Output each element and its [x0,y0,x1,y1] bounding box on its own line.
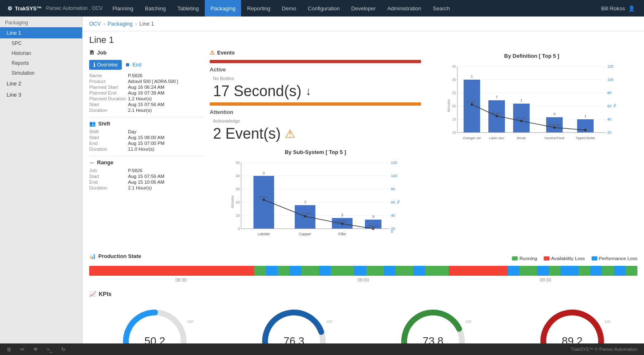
edit-icon[interactable]: ✏ [20,346,25,353]
pareto-line [264,200,373,229]
svg-text:100.0%: 100.0% [549,123,560,127]
attention-value: 2 Event(s) ⚠ [213,125,421,142]
svg-text:1: 1 [584,114,586,118]
alert-icon: ⚠ [285,127,295,141]
nav-configuration[interactable]: Configuration [302,0,346,17]
active-bar [210,60,421,63]
end-dot [126,63,129,66]
svg-text:0: 0 [238,227,240,231]
svg-text:40: 40 [391,213,395,218]
sidebar-item-line3[interactable]: Line 3 [0,89,82,100]
ps-segment-performance [537,266,549,276]
svg-text:100: 100 [326,320,332,324]
job-planned-start-row: Planned Start Aug 16 06:24 AM [89,85,205,90]
svg-text:3: 3 [553,112,555,116]
nav-search[interactable]: Search [427,0,456,17]
job-product-row: Product Adravil 500 [ ADRA.500 ] [89,79,205,84]
ps-bar-container [89,266,637,276]
sidebar-sub-reports[interactable]: Reports [0,58,82,68]
breadcrumb: OCV › Packaging › Line 1 [83,17,644,31]
svg-text:120: 120 [391,161,397,165]
ps-segment-running [425,266,449,276]
ps-segment-performance [590,266,602,276]
breadcrumb-sep2: › [135,21,137,27]
range-header: ↔ Range [89,156,205,166]
nav-developer[interactable]: Developer [346,0,381,17]
job-fields: Name P.5826 Product Adravil 500 [ ADRA.5… [89,73,205,113]
sidebar-sub-historian[interactable]: Historian [0,48,82,58]
svg-text:10: 10 [452,130,456,135]
refresh-icon[interactable]: ↻ [61,346,66,353]
document-icon[interactable]: 🗎 [7,346,12,353]
active-section-title: Active [210,66,421,73]
job-panel-title: 🖹 Job [89,50,205,57]
svg-text:%: % [613,104,617,107]
svg-text:1: 1 [520,98,522,102]
svg-text:100: 100 [604,320,611,324]
breadcrumb-ocv[interactable]: OCV [89,21,101,27]
by-definition-title: By Definition [ Top 5 ] [426,53,637,59]
kpi-title: 📈 KPIs [89,291,637,297]
nav-batching[interactable]: Batching [139,0,172,17]
svg-text:100: 100 [465,320,471,324]
bar-labeler [253,176,274,229]
svg-text:40: 40 [607,117,611,121]
sidebar-item-line1[interactable]: Line 1 [0,27,82,38]
ps-segment-running [366,266,384,276]
svg-text:90.7%: 90.7% [516,116,526,120]
ps-segment-running [278,266,290,276]
sidebar-sub-simulation[interactable]: Simulation [0,68,82,78]
legend-running-box [512,256,518,260]
svg-text:Tipped Bottle: Tipped Bottle [576,136,595,140]
breadcrumb-packaging[interactable]: Packaging [108,21,133,27]
ps-time-labels: 08:30 09:00 09:30 [89,277,637,282]
top-nav: ⚙ TrakSYS™ Parsec Automation . OCV Plann… [0,0,644,17]
nav-user[interactable]: Bill Rokos 👤 [595,5,641,12]
warning-icon: ⚠ [210,50,215,56]
gear-icon: ⚙ [7,5,12,12]
sidebar-section-title: Packaging [0,17,82,27]
svg-text:30: 30 [236,187,240,191]
job-start-row: Start Aug 15 07:56 AM [89,102,205,107]
terminal-icon[interactable]: >_ [47,346,53,353]
svg-text:Break: Break [517,136,526,140]
nav-planning[interactable]: Planning [107,0,140,17]
svg-text:20: 20 [236,200,240,204]
ps-header: 📊 Production State Running Availability … [89,253,637,263]
legend-availability: Availability Loss [544,256,585,261]
kpi-icon: 📈 [89,291,96,297]
ps-title: 📊 Production State [89,253,141,261]
nav-administration[interactable]: Administration [381,0,427,17]
ps-segment-performance [413,266,425,276]
job-tab-end[interactable]: End [122,60,145,70]
svg-text:60: 60 [607,104,611,108]
ps-segment-availability [89,266,254,276]
svg-text:Minutes: Minutes [230,195,234,208]
breadcrumb-sep1: › [103,21,105,27]
bar-chart-icon: 📊 [89,253,96,259]
ps-legend: Running Availability Loss Performance Lo… [512,256,637,261]
svg-text:Filler: Filler [338,232,346,236]
ps-segment-performance [384,266,396,276]
nav-brand[interactable]: ⚙ TrakSYS™ Parsec Automation . OCV [3,5,107,12]
svg-text:1: 1 [471,74,473,78]
svg-text:15: 15 [452,117,456,121]
job-tab-overview[interactable]: ℹ Overview [89,60,122,70]
page-title: Line 1 [83,31,644,50]
sidebar-sub-spc[interactable]: SPC [0,38,82,48]
eye-icon[interactable]: 👁 [33,346,38,353]
ps-segment-running [625,266,637,276]
app-body: Packaging Line 1 SPC Historian Reports S… [0,17,644,355]
svg-point-63 [584,129,587,131]
by-subsystem-chart: Minutes % 50 40 30 20 10 [210,159,421,245]
nav-reporting[interactable]: Reporting [241,0,276,17]
range-fields: JobP.5826 StartAug 15 07:56 AM EndAug 15… [89,168,205,190]
nav-tableting[interactable]: Tableting [172,0,205,17]
svg-text:General Fault: General Fault [545,136,565,140]
sidebar-item-line2[interactable]: Line 2 [0,78,82,89]
sidebar: Packaging Line 1 SPC Historian Reports S… [0,17,83,355]
svg-text:7: 7 [495,95,497,99]
nav-packaging[interactable]: Packaging [205,0,242,17]
nav-demo[interactable]: Demo [276,0,302,17]
svg-text:0: 0 [391,230,393,234]
